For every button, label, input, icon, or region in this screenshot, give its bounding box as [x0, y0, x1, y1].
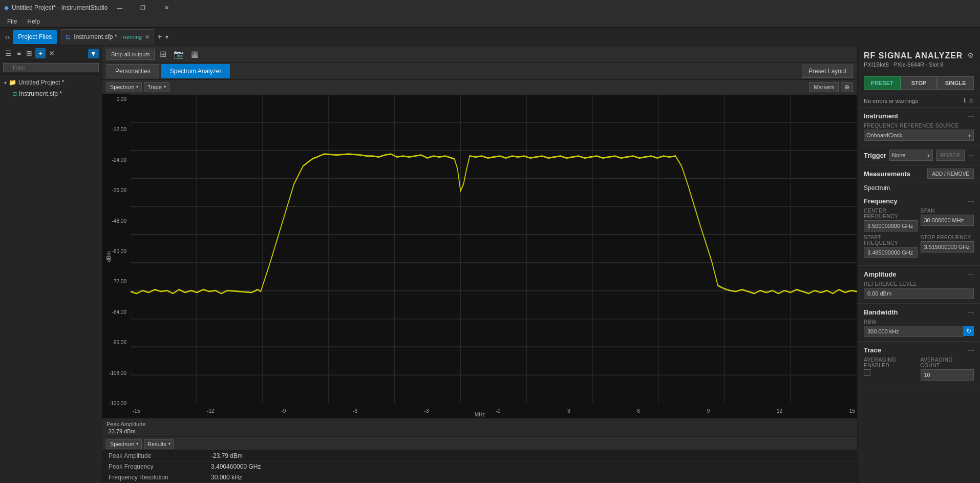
close-button[interactable]: ✕ — [155, 0, 178, 15]
sidebar-collapse-button[interactable]: ‹‹ — [2, 31, 13, 43]
averaging-enabled-col: AVERAGING ENABLED — [864, 357, 918, 381]
instrument-running-badge: · running — [120, 34, 142, 40]
ref-level-input[interactable] — [864, 288, 974, 299]
spectrum-dropdown[interactable]: Spectrum ▾ — [106, 82, 142, 92]
x-label-0: -0 — [496, 408, 500, 414]
center-span-row: CENTER FREQUENCY SPAN — [864, 208, 974, 232]
peak-amplitude-value: -23.79 dBm — [106, 428, 145, 434]
maximize-button[interactable]: ❐ — [131, 0, 155, 15]
trigger-more-icon[interactable]: ··· — [968, 151, 974, 159]
instrument-tab[interactable]: ⊡ Instrument.sfp * · running ✕ — [61, 29, 154, 45]
force-button[interactable]: FORCE — [936, 150, 965, 161]
status-text: No errors or warnings — [864, 98, 918, 104]
tree-item-instrument[interactable]: ⊡ Instrument.sfp * — [0, 88, 102, 99]
tabbar: ‹‹ Project Files ⊡ Instrument.sfp * · ru… — [0, 28, 980, 46]
markers-button[interactable]: Markers — [809, 82, 839, 92]
center-freq-input[interactable] — [864, 220, 918, 232]
grid-icon-button[interactable]: ▦ — [189, 48, 201, 60]
measurements-title: Measurements — [864, 170, 910, 178]
start-freq-label: START FREQUENCY — [864, 235, 918, 246]
preset-layout-button[interactable]: Preset Layout — [802, 65, 853, 78]
frequency-more-icon[interactable]: ··· — [968, 197, 974, 205]
instrument-file-icon: ⊡ — [12, 91, 17, 97]
trace-section-header: Trace ··· — [864, 346, 974, 354]
instrument-more-icon[interactable]: ··· — [968, 112, 974, 120]
sidebar-search-input[interactable] — [3, 63, 99, 72]
results-dropdown[interactable]: Results ▾ — [144, 439, 174, 449]
peak-frequency-row-label: Peak Frequency — [102, 461, 205, 472]
stop-freq-label: STOP FREQUENCY — [921, 235, 974, 240]
results-spectrum-dropdown[interactable]: Spectrum ▾ — [106, 439, 142, 449]
dbm-unit-label: dBm — [106, 251, 112, 262]
gear-icon[interactable]: ⚙ — [967, 51, 974, 59]
sidebar-list-btn1[interactable]: ☰ — [3, 48, 14, 58]
amplitude-section: Amplitude ··· REFERENCE LEVEL — [858, 266, 980, 304]
averaging-enabled-checkbox[interactable] — [864, 369, 870, 376]
single-button[interactable]: SINGLE — [937, 76, 974, 90]
ref-level-label: REFERENCE LEVEL — [864, 281, 974, 287]
sidebar-add-button[interactable]: + — [35, 48, 46, 58]
minimize-button[interactable]: — — [108, 0, 131, 15]
bandwidth-section-title: Bandwidth — [864, 308, 898, 316]
amplitude-section-title: Amplitude — [864, 270, 897, 278]
freq-resolution-row-value: 30.000 kHz — [205, 472, 857, 483]
start-freq-input[interactable] — [864, 247, 918, 258]
amplitude-more-icon[interactable]: ··· — [968, 270, 974, 278]
freq-ref-select[interactable]: OnboardClock External PXI_CLK — [864, 130, 974, 141]
add-remove-button[interactable]: ADD / REMOVE — [927, 169, 974, 179]
y-label-10: -120.00 — [104, 401, 129, 406]
screenshot-icon-button[interactable]: 📷 — [172, 48, 186, 60]
personalities-tab[interactable]: Personalities — [106, 64, 159, 78]
content-area: Stop all outputs ⊞ 📷 ▦ Personalities Spe… — [102, 46, 857, 483]
sidebar-grid-btn[interactable]: ⊞ — [24, 48, 34, 58]
stop-all-outputs-button[interactable]: Stop all outputs — [106, 49, 155, 60]
spectrum-analyzer-tab[interactable]: Spectrum Analyzer — [161, 64, 230, 78]
trigger-select-wrapper: None Digital Edge Software — [889, 150, 933, 161]
sidebar-list-btn2[interactable]: ≡ — [15, 48, 23, 58]
instrument-section: Instrument ··· FREQUENCY REFERENCE SOURC… — [858, 108, 980, 145]
menu-item-file[interactable]: File — [2, 15, 22, 28]
trigger-select[interactable]: None Digital Edge Software — [889, 150, 933, 161]
y-label-4: -48.00 — [104, 218, 129, 224]
x-label-n3: -3 — [424, 408, 429, 414]
instrument-tab-close[interactable]: ✕ — [145, 34, 150, 40]
averaging-count-input[interactable] — [921, 369, 974, 381]
start-freq-col: START FREQUENCY — [864, 235, 918, 258]
frequency-section-header: Frequency ··· — [864, 197, 974, 205]
warning-icon: ⚠ — [969, 97, 974, 104]
frequency-section: Frequency ··· CENTER FREQUENCY SPAN STAR… — [858, 193, 980, 266]
trigger-section: Trigger None Digital Edge Software FORCE… — [858, 145, 980, 165]
stop-freq-input[interactable] — [921, 241, 974, 253]
project-files-tab[interactable]: Project Files — [13, 30, 57, 44]
results-arrow: ▾ — [168, 442, 171, 446]
rbw-sync-button[interactable]: ↻ — [964, 326, 974, 336]
tree-item-project[interactable]: ▾ 📁 Untitled Project * — [0, 77, 102, 88]
span-input[interactable] — [921, 215, 974, 226]
layout-icon-button[interactable]: ⊞ — [158, 48, 168, 60]
sidebar: ☰ ≡ ⊞ + ✕ ▼ ▾ 📁 Untitled Project * ⊡ Ins… — [0, 46, 102, 483]
trace-more-icon[interactable]: ··· — [968, 346, 974, 354]
span-label: SPAN — [921, 208, 974, 214]
x-label-n12: -12 — [207, 408, 214, 414]
tab-dropdown-icon[interactable]: ▾ — [165, 33, 168, 40]
peak-amplitude-row-value: -23.79 dBm — [205, 451, 857, 461]
menu-item-help[interactable]: Help — [22, 15, 45, 28]
sidebar-search-area — [0, 61, 102, 75]
sidebar-delete-button[interactable]: ✕ — [47, 48, 57, 58]
y-label-9: -108.00 — [104, 370, 129, 376]
sidebar-filter-button[interactable]: ▼ — [88, 49, 99, 58]
add-tab-button[interactable]: + — [154, 32, 165, 41]
results-spectrum-arrow: ▾ — [136, 442, 138, 446]
bandwidth-more-icon[interactable]: ··· — [968, 308, 974, 316]
stop-button[interactable]: STOP — [901, 76, 938, 90]
trace-dropdown-label: Trace — [147, 84, 162, 90]
title-text: Untitled Project* - InstrumentStudio — [12, 4, 108, 11]
table-row: Peak Amplitude -23.79 dBm — [102, 451, 857, 461]
frequency-section-title: Frequency — [864, 197, 898, 205]
bandwidth-section-header: Bandwidth ··· — [864, 308, 974, 316]
trace-dropdown[interactable]: Trace ▾ — [144, 82, 169, 92]
preset-button[interactable]: PRESET — [864, 76, 901, 90]
rbw-input[interactable] — [864, 326, 964, 337]
chart-xaxis: -15 -12 -9 -6 -3 -0 3 6 9 12 15 — [131, 403, 857, 418]
crosshair-button[interactable]: ⊕ — [841, 82, 853, 92]
